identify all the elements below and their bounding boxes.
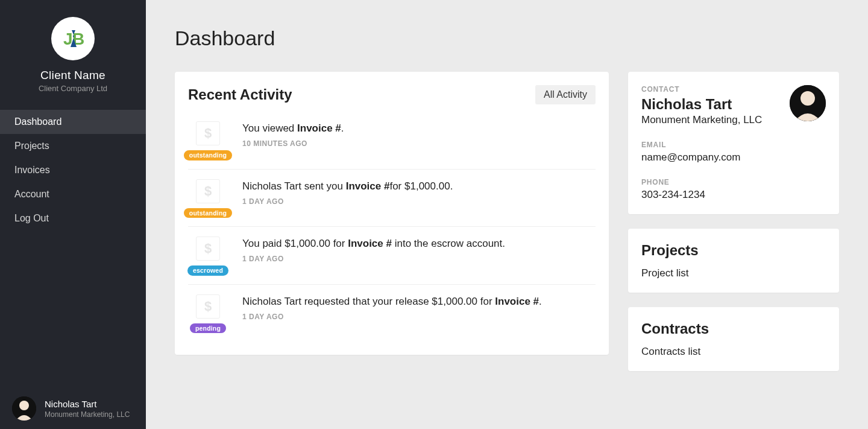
activity-row-left: $pending (188, 294, 228, 334)
sidebar-footer-text: Nicholas Tart Monument Marketing, LLC (45, 399, 130, 419)
recent-activity-card: Recent Activity All Activity $outstandin… (175, 72, 609, 355)
dollar-icon: $ (196, 237, 220, 261)
status-badge: outstanding (184, 208, 232, 218)
projects-card[interactable]: Projects Project list (628, 229, 839, 293)
activity-row-body: Nicholas Tart requested that your releas… (242, 294, 596, 321)
svg-point-6 (800, 91, 815, 106)
main-content: Dashboard Recent Activity All Activity $… (146, 0, 868, 429)
activity-text-after: . (341, 122, 344, 134)
activity-row-body: Nicholas Tart sent you Invoice #for $1,0… (242, 179, 596, 206)
contact-name: Nicholas Tart (641, 96, 762, 113)
client-company: Client Company Ltd (0, 84, 146, 93)
activity-text-bold: Invoice # (346, 180, 390, 192)
sidebar-nav: DashboardProjectsInvoicesAccountLog Out (0, 110, 146, 230)
footer-user-company: Monument Marketing, LLC (45, 410, 130, 419)
contracts-card-text: Contracts list (641, 346, 826, 358)
contracts-card[interactable]: Contracts Contracts list (628, 307, 839, 371)
person-icon (12, 396, 36, 421)
contact-head: CONTACT Nicholas Tart Monument Marketing… (641, 85, 826, 126)
contact-avatar (790, 85, 826, 121)
contact-company: Monument Marketing, LLC (641, 114, 762, 126)
page-title: Dashboard (175, 27, 839, 50)
all-activity-button[interactable]: All Activity (535, 85, 596, 104)
activity-text: Nicholas Tart requested that your releas… (242, 296, 596, 308)
activity-time: 1 DAY AGO (242, 313, 596, 321)
sidebar: J B Client Name Client Company Ltd Dashb… (0, 0, 146, 429)
activity-text-before: Nicholas Tart requested that your releas… (242, 296, 495, 307)
activity-header: Recent Activity All Activity (188, 85, 596, 104)
jb-logo: J B (51, 17, 95, 60)
contact-email-field: EMAIL name@company.com (641, 141, 826, 164)
contact-section-label: CONTACT (641, 85, 762, 94)
activity-text-before: You viewed (242, 122, 297, 134)
sidebar-item-invoices[interactable]: Invoices (0, 158, 146, 182)
app-root: J B Client Name Client Company Ltd Dashb… (0, 0, 868, 429)
activity-text-before: You paid $1,000.00 for (242, 238, 348, 249)
contact-phone-field: PHONE 303-234-1234 (641, 178, 826, 201)
phone-label: PHONE (641, 178, 826, 186)
dollar-icon: $ (196, 294, 220, 319)
activity-row[interactable]: $outstandingNicholas Tart sent you Invoi… (188, 169, 596, 227)
svg-point-4 (19, 401, 29, 410)
activity-row-left: $outstanding (188, 121, 228, 160)
contact-card: CONTACT Nicholas Tart Monument Marketing… (628, 72, 839, 214)
activity-text: You paid $1,000.00 for Invoice # into th… (242, 238, 596, 250)
column-left: Recent Activity All Activity $outstandin… (175, 72, 609, 369)
contracts-card-title: Contracts (641, 320, 826, 337)
sidebar-item-log-out[interactable]: Log Out (0, 206, 146, 230)
activity-row[interactable]: $pendingNicholas Tart requested that you… (188, 284, 596, 342)
activity-text-before: Nicholas Tart sent you (242, 180, 346, 192)
sidebar-header: J B Client Name Client Company Ltd (0, 0, 146, 93)
projects-card-title: Projects (641, 242, 826, 259)
activity-row-left: $outstanding (188, 179, 228, 218)
email-value: name@company.com (641, 151, 826, 164)
activity-text-bold: Invoice # (348, 238, 392, 249)
avatar (12, 396, 36, 421)
dollar-icon: $ (196, 121, 220, 145)
activity-list: $outstandingYou viewed Invoice #.10 MINU… (188, 112, 596, 342)
activity-time: 10 MINUTES AGO (242, 139, 596, 148)
activity-text-bold: Invoice # (495, 296, 539, 307)
person-icon (790, 85, 826, 121)
status-badge: escrowed (187, 265, 228, 276)
client-name: Client Name (0, 69, 146, 82)
activity-text-after: into the escrow account. (392, 238, 505, 249)
activity-row-body: You viewed Invoice #.10 MINUTES AGO (242, 121, 596, 148)
activity-time: 1 DAY AGO (242, 197, 596, 206)
sidebar-item-projects[interactable]: Projects (0, 134, 146, 158)
projects-card-text: Project list (641, 267, 826, 279)
phone-value: 303-234-1234 (641, 189, 826, 201)
activity-row-body: You paid $1,000.00 for Invoice # into th… (242, 237, 596, 263)
activity-text-after: . (539, 296, 542, 307)
email-label: EMAIL (641, 141, 826, 149)
columns: Recent Activity All Activity $outstandin… (175, 72, 839, 386)
dollar-icon: $ (196, 179, 220, 203)
activity-text-bold: Invoice # (297, 122, 341, 134)
sidebar-item-account[interactable]: Account (0, 182, 146, 206)
activity-text: Nicholas Tart sent you Invoice #for $1,0… (242, 180, 596, 192)
jb-logo-icon: J B (58, 24, 87, 53)
activity-row[interactable]: $outstandingYou viewed Invoice #.10 MINU… (188, 112, 596, 169)
activity-text-after: for $1,000.00. (389, 180, 453, 192)
sidebar-item-dashboard[interactable]: Dashboard (0, 110, 146, 134)
status-badge: outstanding (184, 150, 232, 160)
contact-head-text: CONTACT Nicholas Tart Monument Marketing… (641, 85, 762, 126)
sidebar-footer[interactable]: Nicholas Tart Monument Marketing, LLC (0, 388, 146, 429)
status-badge: pending (190, 323, 226, 334)
activity-title: Recent Activity (188, 86, 292, 103)
activity-time: 1 DAY AGO (242, 255, 596, 263)
activity-text: You viewed Invoice #. (242, 122, 596, 135)
footer-user-name: Nicholas Tart (45, 399, 130, 409)
activity-row-left: $escrowed (188, 237, 228, 276)
activity-row[interactable]: $escrowedYou paid $1,000.00 for Invoice … (188, 226, 596, 284)
column-right: CONTACT Nicholas Tart Monument Marketing… (628, 72, 839, 386)
